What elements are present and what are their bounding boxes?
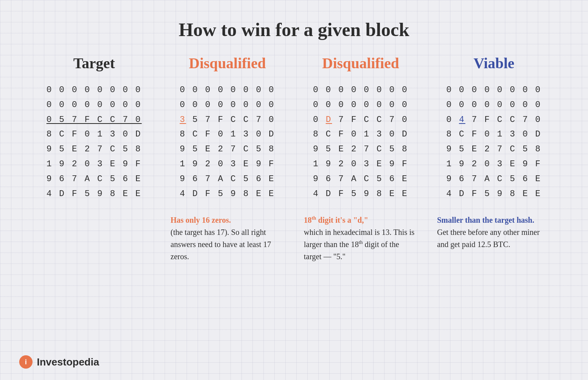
explanation-highlight: Has only 16 zeros.	[171, 216, 231, 224]
hash-row-special: 0 4 7 F C C 7 0	[446, 113, 541, 127]
hash-row-special: 3 5 7 F C C 7 0	[180, 113, 275, 127]
hash-row: 0 0 0 0 0 0 0 0	[313, 83, 408, 98]
logo-text: Investopedia	[37, 356, 99, 368]
hash-row: 9 6 7 A C 5 6 E	[313, 172, 408, 187]
hash-row: 9 5 E 2 7 C 5 8	[46, 142, 142, 157]
hash-row: 1 9 2 0 3 E 9 F	[313, 157, 408, 172]
hash-row: 4 D F 5 9 8 E E	[446, 187, 541, 202]
hash-row: 9 5 E 2 7 C 5 8	[313, 142, 408, 157]
hash-row: 1 9 2 0 3 E 9 F	[180, 157, 275, 172]
hash-row: 0 0 0 0 0 0 0 0	[180, 83, 275, 98]
hash-row: 1 9 2 0 3 E 9 F	[46, 157, 142, 172]
hash-row-special: 0 5 7 F C C 7 0	[46, 113, 142, 127]
hash-row: 4 D F 5 9 8 E E	[313, 187, 408, 202]
columns-wrapper: Target 0 0 0 0 0 0 0 0 0 0 0 0 0 0 0 0 0…	[0, 55, 588, 263]
hash-row: 8 C F 0 1 3 0 D	[180, 127, 275, 142]
logo: i Investopedia	[19, 355, 99, 369]
explanation-disqualified1: Has only 16 zeros. (the target has 17). …	[171, 214, 284, 263]
hash-row: 9 6 7 A C 5 6 E	[46, 172, 142, 187]
col-header-disqualified2: Disqualified	[322, 55, 399, 72]
hash-row: 0 0 0 0 0 0 0 0	[46, 98, 142, 113]
highlight-char: 3	[180, 115, 186, 125]
hash-block-viable: 0 0 0 0 0 0 0 0 0 0 0 0 0 0 0 0 0 4 7 F …	[446, 83, 541, 202]
column-viable: Viable 0 0 0 0 0 0 0 0 0 0 0 0 0 0 0 0 0…	[427, 55, 561, 251]
explanation-viable: Smaller than the target hash. Get there …	[437, 214, 551, 251]
hash-row: 0 0 0 0 0 0 0 0	[46, 83, 142, 98]
highlight-char: D	[326, 115, 332, 125]
hash-row: 0 0 0 0 0 0 0 0	[446, 98, 541, 113]
explanation-highlight: Smaller than the target hash.	[437, 216, 534, 224]
highlight-char: 4	[459, 115, 465, 125]
column-disqualified2: Disqualified 0 0 0 0 0 0 0 0 0 0 0 0 0 0…	[294, 55, 427, 263]
col-header-disqualified1: Disqualified	[189, 55, 266, 72]
column-disqualified1: Disqualified 0 0 0 0 0 0 0 0 0 0 0 0 0 0…	[161, 55, 294, 263]
investopedia-logo-icon: i	[19, 355, 33, 369]
hash-row: 8 C F 0 1 3 0 D	[46, 127, 142, 142]
hash-block-target: 0 0 0 0 0 0 0 0 0 0 0 0 0 0 0 0 0 5 7 F …	[46, 83, 142, 202]
hash-row: 9 5 E 2 7 C 5 8	[446, 142, 541, 157]
explanation-highlight: 18th digit it's a "d,"	[304, 216, 368, 224]
svg-text:i: i	[25, 358, 27, 366]
col-header-viable: Viable	[474, 55, 514, 72]
hash-block-disqualified2: 0 0 0 0 0 0 0 0 0 0 0 0 0 0 0 0 0 D 7 F …	[313, 83, 408, 202]
hash-block-disqualified1: 0 0 0 0 0 0 0 0 0 0 0 0 0 0 0 0 3 5 7 F …	[180, 83, 275, 202]
column-target: Target 0 0 0 0 0 0 0 0 0 0 0 0 0 0 0 0 0…	[27, 55, 161, 202]
hash-row: 9 6 7 A C 5 6 E	[180, 172, 275, 187]
hash-row: 9 5 E 2 7 C 5 8	[180, 142, 275, 157]
page-title: How to win for a given block	[0, 0, 588, 55]
hash-row: 9 6 7 A C 5 6 E	[446, 172, 541, 187]
explanation-disqualified2: 18th digit it's a "d," which in hexadeci…	[304, 214, 417, 263]
hash-row: 0 0 0 0 0 0 0 0	[446, 83, 541, 98]
hash-row: 8 C F 0 1 3 0 D	[313, 127, 408, 142]
hash-row: 1 9 2 0 3 E 9 F	[446, 157, 541, 172]
hash-row: 0 0 0 0 0 0 0 0	[313, 98, 408, 113]
hash-row-special: 0 D 7 F C C 7 0	[313, 113, 408, 127]
col-header-target: Target	[73, 55, 115, 72]
hash-row: 0 0 0 0 0 0 0 0	[180, 98, 275, 113]
hash-row: 4 D F 5 9 8 E E	[46, 187, 142, 202]
hash-row: 8 C F 0 1 3 0 D	[446, 127, 541, 142]
hash-row: 4 D F 5 9 8 E E	[180, 187, 275, 202]
